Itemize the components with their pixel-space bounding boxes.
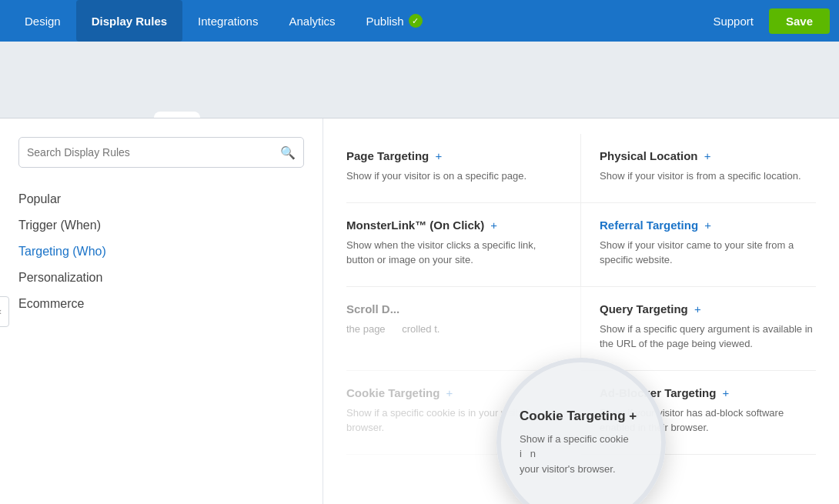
rule-desc-physical-location: Show if your visitor is from a specific …	[600, 169, 816, 184]
magnifier-content: Cookie Targeting + Show if a specific co…	[501, 390, 661, 496]
magnifier-desc: Show if a specific cookie i nyour visito…	[520, 432, 643, 477]
nav-design[interactable]: Design	[9, 0, 76, 42]
rule-desc-page-targeting: Show if your visitor is on a specific pa…	[346, 169, 562, 184]
sidebar-collapse-handle[interactable]: ‹	[0, 296, 9, 327]
rule-title-scroll: Scroll D...	[346, 302, 562, 315]
nav-display-rules[interactable]: Display Rules	[76, 0, 182, 42]
publish-check-icon: ✓	[409, 14, 423, 28]
sidebar-item-trigger[interactable]: Trigger (When)	[18, 212, 304, 239]
sub-bar	[0, 42, 839, 118]
rule-title-monsterlink: MonsterLink™ (On Click) +	[346, 219, 562, 232]
rule-desc-referral: Show if your visitor came to your site f…	[600, 238, 816, 268]
save-button[interactable]: Save	[769, 8, 830, 34]
magnifier-title: Cookie Targeting +	[520, 409, 643, 424]
rule-title-page-targeting: Page Targeting +	[346, 149, 562, 162]
top-nav: Design Display Rules Integrations Analyt…	[0, 0, 839, 42]
sidebar-item-ecommerce[interactable]: Ecommerce	[18, 291, 304, 317]
rule-desc-scroll: the page crolled t.	[346, 322, 562, 337]
search-box: 🔍	[18, 137, 304, 168]
rule-scroll-depth[interactable]: Scroll D... the page crolled t.	[346, 287, 581, 371]
nav-support[interactable]: Support	[697, 0, 769, 42]
rule-title-referral: Referral Targeting +	[600, 219, 816, 232]
sidebar-item-targeting[interactable]: Targeting (Who)	[18, 239, 304, 265]
rule-desc-monsterlink: Show when the visitor clicks a specific …	[346, 238, 562, 268]
rule-referral-targeting[interactable]: Referral Targeting + Show if your visito…	[581, 203, 816, 287]
search-input[interactable]	[27, 146, 280, 159]
sidebar-menu: Popular Trigger (When) Targeting (Who) P…	[18, 186, 304, 317]
rule-title-physical-location: Physical Location +	[600, 149, 816, 162]
sidebar-item-personalization[interactable]: Personalization	[18, 265, 304, 291]
tab-indicator	[154, 112, 200, 118]
nav-analytics[interactable]: Analytics	[273, 0, 350, 42]
rules-area: Page Targeting + Show if your visitor is…	[323, 118, 839, 504]
sidebar: ‹ 🔍 Popular Trigger (When) Targeting (Wh…	[0, 118, 323, 504]
rule-query-targeting[interactable]: Query Targeting + Show if a specific que…	[581, 287, 816, 371]
rule-desc-query: Show if a specific query argument is ava…	[600, 322, 816, 352]
sidebar-item-popular[interactable]: Popular	[18, 186, 304, 212]
main-content: ‹ 🔍 Popular Trigger (When) Targeting (Wh…	[0, 118, 839, 504]
nav-integrations[interactable]: Integrations	[182, 0, 273, 42]
rule-title-query: Query Targeting +	[600, 302, 816, 315]
search-icon: 🔍	[280, 145, 296, 160]
nav-publish[interactable]: Publish ✓	[351, 0, 438, 42]
rule-physical-location[interactable]: Physical Location + Show if your visitor…	[581, 134, 816, 203]
rule-monsterlink[interactable]: MonsterLink™ (On Click) + Show when the …	[346, 203, 581, 287]
rule-page-targeting[interactable]: Page Targeting + Show if your visitor is…	[346, 134, 581, 203]
